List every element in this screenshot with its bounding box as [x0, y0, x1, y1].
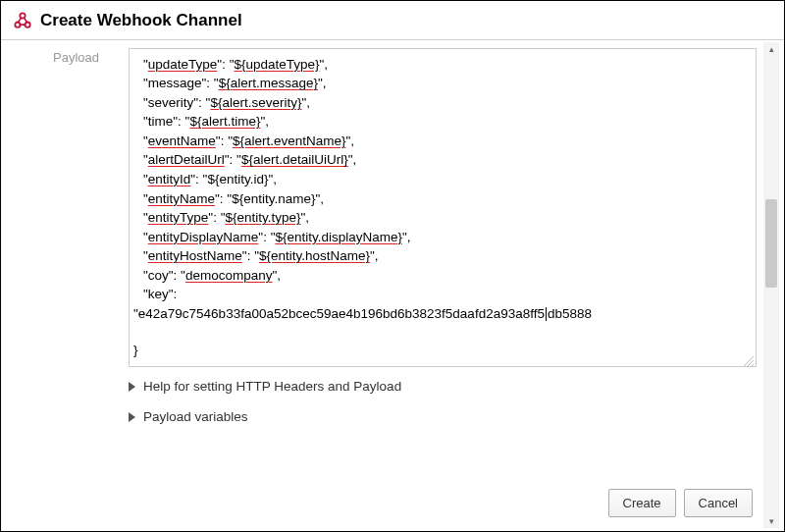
form-column: conditionName : ${rule.conditionName} ,"…: [129, 48, 757, 479]
dialog-scrollbar[interactable]: ▴ ▾: [763, 42, 779, 528]
expand-label: Help for setting HTTP Headers and Payloa…: [143, 379, 401, 394]
scroll-up-icon: ▴: [763, 42, 779, 56]
expand-payload-variables[interactable]: Payload variables: [129, 398, 757, 428]
scroll-thumb[interactable]: [765, 199, 777, 288]
create-button[interactable]: Create: [608, 489, 676, 517]
triangle-right-icon: [129, 412, 135, 422]
dialog-header: Create Webhook Channel: [1, 1, 784, 40]
payload-textarea[interactable]: conditionName : ${rule.conditionName} ,"…: [129, 48, 757, 367]
dialog-footer: Create Cancel: [1, 479, 784, 531]
expand-http-headers-help[interactable]: Help for setting HTTP Headers and Payloa…: [129, 367, 757, 398]
svg-line-4: [748, 360, 754, 366]
payload-label: Payload: [21, 48, 129, 479]
triangle-right-icon: [129, 382, 135, 392]
content-area: Payload conditionName : ${rule.condition…: [1, 40, 784, 479]
svg-line-5: [752, 364, 754, 366]
scroll-down-icon: ▾: [763, 514, 779, 528]
dialog: Create Webhook Channel Payload condition…: [0, 0, 785, 532]
expand-label: Payload variables: [143, 409, 248, 424]
cancel-button[interactable]: Cancel: [684, 489, 753, 517]
dialog-title: Create Webhook Channel: [40, 11, 242, 30]
webhook-icon: [13, 11, 32, 30]
